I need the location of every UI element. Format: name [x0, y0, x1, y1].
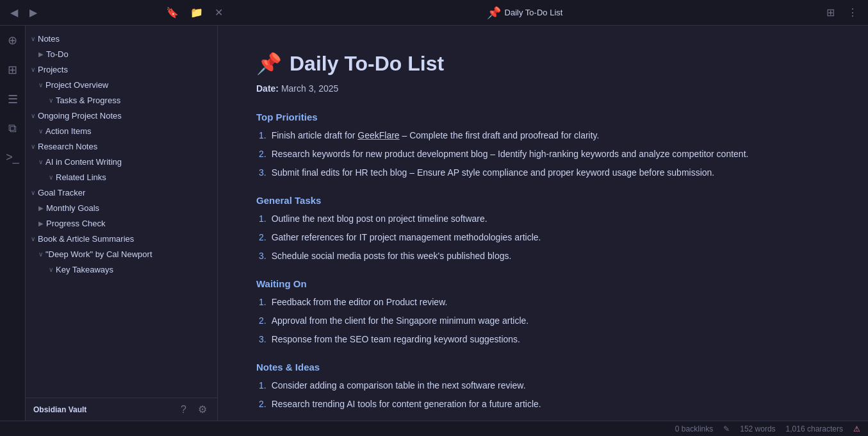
list-item: 2.Approval from the client for the Singa… — [259, 314, 830, 328]
list-text: Research trending AI tools for content g… — [272, 398, 541, 411]
list-item: 3.Response from the SEO team regarding k… — [259, 333, 830, 346]
sidebar-item[interactable]: ∨ Goal Tracker — [26, 185, 217, 200]
doc-title: 📌 Daily To-Do List — [256, 51, 830, 76]
chevron-icon: ∨ — [31, 35, 35, 42]
sidebar-item[interactable]: ∨ AI in Content Writing — [26, 154, 217, 169]
sidebar-item[interactable]: ∨ Key Takeaways — [26, 262, 217, 277]
sidebar-item-label: Tasks & Progress — [56, 96, 120, 105]
list-item: 3.Schedule social media posts for this w… — [259, 249, 830, 263]
sidebar-item[interactable]: ∨ Action Items — [26, 123, 217, 138]
copy-icon[interactable]: ⧉ — [6, 119, 19, 138]
sidebar-item-label: Progress Check — [46, 219, 105, 228]
sidebar-item-label: Monthly Goals — [46, 203, 99, 213]
list-item: 1.Outline the next blog post on project … — [259, 212, 830, 226]
backlinks-count: 0 backlinks — [675, 424, 713, 433]
sidebar-item[interactable]: ∨ Research Notes — [26, 138, 217, 154]
more-options-button[interactable]: ⋮ — [845, 5, 860, 20]
sidebar-item[interactable]: ∨ Notes — [26, 31, 217, 46]
doc-sections: Top Priorities1.Finish article draft for… — [256, 112, 830, 411]
list-number: 3. — [259, 166, 266, 180]
sidebar-item[interactable]: ∨ Tasks & Progress — [26, 92, 217, 108]
content-area: 📌 Daily To-Do List Date: March 3, 2025 T… — [218, 26, 868, 421]
list-number: 2. — [259, 314, 266, 328]
chevron-icon: ∨ — [38, 81, 43, 88]
sidebar: ∨ Notes▶ To-Do∨ Projects∨ Project Overvi… — [26, 26, 218, 398]
sidebar-item-label: Project Overview — [45, 80, 108, 90]
sidebar-item[interactable]: ∨ Ongoing Project Notes — [26, 108, 217, 123]
sidebar-item-label: Projects — [38, 65, 68, 74]
sidebar-item-label: Related Links — [56, 172, 106, 182]
list-number: 2. — [259, 231, 266, 244]
list-text: Approval from the client for the Singapo… — [272, 314, 529, 328]
top-bar-title: Daily To-Do List — [505, 8, 563, 17]
sidebar-item-label: Research Notes — [38, 142, 97, 151]
main-layout: ⊕ ⊞ ☰ ⧉ >_ ∨ Notes▶ To-Do∨ Projects∨ Pro… — [0, 26, 868, 421]
list-text: Response from the SEO team regarding key… — [272, 333, 520, 346]
files-icon[interactable]: ⊕ — [5, 31, 20, 50]
chevron-icon: ▶ — [38, 205, 44, 212]
chevron-icon: ∨ — [49, 266, 53, 273]
sidebar-item[interactable]: ∨ Book & Article Summaries — [26, 231, 217, 246]
sidebar-item-label: Action Items — [45, 126, 92, 136]
calendar-icon[interactable]: ☰ — [5, 90, 20, 109]
doc-date: Date: March 3, 2025 — [256, 83, 830, 94]
chevron-icon: ∨ — [31, 235, 35, 242]
chevron-icon: ▶ — [38, 51, 44, 58]
sidebar-item[interactable]: ∨ Projects — [26, 62, 217, 77]
top-bar: ◀ ▶ 🔖 📁 ✕ 📌 Daily To-Do List ⊞ ⋮ — [0, 0, 868, 26]
sidebar-item[interactable]: ∨ Related Links — [26, 169, 217, 185]
date-value: March 3, 2025 — [281, 83, 339, 94]
list-text: Schedule social media posts for this wee… — [272, 249, 512, 263]
sidebar-item-label: Goal Tracker — [38, 188, 85, 197]
forward-button[interactable]: ▶ — [27, 5, 40, 20]
chevron-icon: ∨ — [49, 97, 53, 104]
reading-view-button[interactable]: ⊞ — [824, 5, 837, 20]
list-number: 1. — [259, 379, 266, 392]
list-item: 1.Consider adding a comparison table in … — [259, 379, 830, 392]
graph-icon[interactable]: ⊞ — [5, 60, 20, 80]
chevron-icon: ▶ — [38, 220, 44, 227]
settings-button[interactable]: ⚙ — [195, 402, 209, 417]
list-item: 3.Submit final edits for HR tech blog – … — [259, 166, 830, 180]
list-text: Research keywords for new product develo… — [272, 147, 749, 161]
warn-icon: ⚠ — [853, 424, 860, 433]
sidebar-item-label: Key Takeaways — [56, 265, 113, 274]
section-list: 1.Finish article draft for GeekFlare – C… — [256, 129, 830, 180]
list-number: 1. — [259, 296, 266, 309]
list-number: 1. — [259, 212, 266, 226]
section-title: Notes & Ideas — [256, 362, 830, 373]
sidebar-item-label: AI in Content Writing — [45, 157, 122, 167]
chevron-icon: ∨ — [31, 66, 35, 73]
sidebar-footer: Obsidian Vault ? ⚙ — [26, 398, 217, 421]
sidebar-item[interactable]: ▶ Progress Check — [26, 215, 217, 231]
list-item: 1.Finish article draft for GeekFlare – C… — [259, 129, 830, 142]
vault-name: Obsidian Vault — [33, 405, 86, 414]
section-list: 1.Feedback from the editor on Product re… — [256, 296, 830, 346]
top-bar-center: 📌 Daily To-Do List — [225, 6, 824, 20]
section-list: 1.Outline the next blog post on project … — [256, 212, 830, 263]
sidebar-item-label: Book & Article Summaries — [38, 234, 134, 244]
sidebar-item[interactable]: ∨ Project Overview — [26, 77, 217, 92]
status-bar: 0 backlinks ✎ 152 words 1,016 characters… — [0, 421, 868, 436]
chevron-icon: ∨ — [49, 174, 53, 181]
list-text: Finish article draft for GeekFlare – Com… — [272, 129, 600, 142]
list-text: Feedback from the editor on Product revi… — [272, 296, 448, 309]
section-title: Top Priorities — [256, 112, 830, 122]
chevron-icon: ∨ — [38, 128, 43, 135]
new-folder-icon[interactable]: 📁 — [188, 5, 206, 20]
back-button[interactable]: ◀ — [8, 5, 20, 20]
sidebar-item-label: Ongoing Project Notes — [38, 111, 122, 121]
help-button[interactable]: ? — [178, 402, 189, 417]
close-icon[interactable]: ✕ — [212, 5, 225, 20]
sidebar-item[interactable]: ∨ "Deep Work" by Cal Newport — [26, 246, 217, 262]
sidebar-item[interactable]: ▶ Monthly Goals — [26, 200, 217, 215]
top-bar-left: ◀ ▶ 🔖 📁 ✕ — [8, 5, 225, 20]
chevron-icon: ∨ — [31, 112, 35, 119]
list-number: 1. — [259, 129, 266, 142]
sidebar-item[interactable]: ▶ To-Do — [26, 46, 217, 62]
list-item: 2.Research keywords for new product deve… — [259, 147, 830, 161]
pin-icon: 📌 — [487, 6, 501, 20]
activity-bar: ⊕ ⊞ ☰ ⧉ >_ — [0, 26, 26, 421]
terminal-icon[interactable]: >_ — [3, 148, 22, 167]
bookmark-icon[interactable]: 🔖 — [163, 5, 181, 20]
